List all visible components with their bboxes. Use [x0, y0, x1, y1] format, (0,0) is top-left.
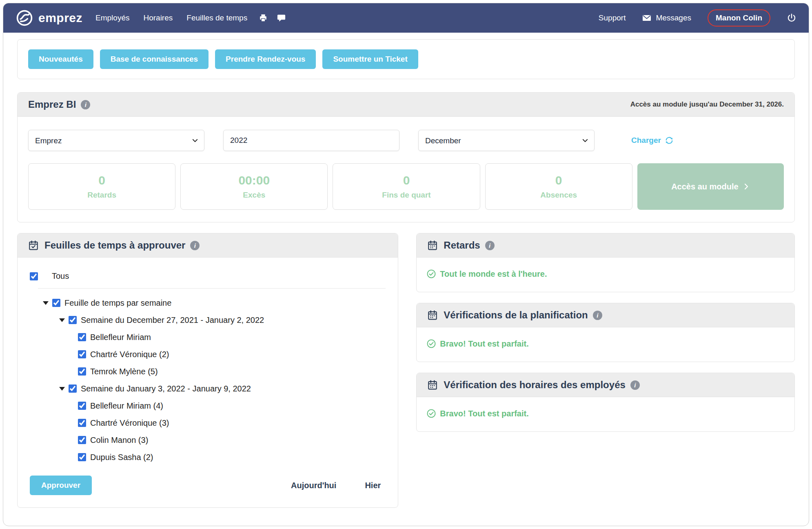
stat-fins-de-quart-label: Fins de quart — [382, 191, 430, 200]
employee-checkbox[interactable] — [78, 453, 86, 461]
emprez-bi-header: Emprez BI i Accès au module jusqu'au Dec… — [18, 93, 794, 117]
hier-link[interactable]: Hier — [365, 481, 381, 490]
nav-item-horaires[interactable]: Horaires — [143, 13, 173, 22]
check-circle-icon — [426, 409, 436, 418]
company-select[interactable]: Emprez — [28, 130, 204, 151]
week-checkbox[interactable] — [69, 316, 77, 324]
verification-horaires-body: Bravo! Tout est parfait. — [417, 397, 794, 431]
app-window: emprez Employés Horaires Feuilles de tem… — [3, 3, 809, 526]
print-icon[interactable] — [259, 13, 268, 22]
refresh-icon — [665, 136, 674, 145]
divider — [38, 288, 386, 289]
stat-exces-label: Excès — [243, 191, 265, 200]
nav-item-employes[interactable]: Employés — [95, 13, 129, 22]
employee-row: Colin Manon (3) — [30, 431, 386, 449]
emprez-bi-info-icon[interactable]: i — [81, 100, 90, 109]
prendre-rendez-vous-button[interactable]: Prendre Rendez-vous — [215, 49, 316, 69]
tree-group-row: Feuille de temps par semaine — [30, 294, 386, 311]
charger-label: Charger — [631, 136, 661, 145]
chat-icon[interactable] — [277, 13, 286, 23]
calendar-icon — [427, 240, 438, 251]
status-panels-column: Retards i Tout le monde — [416, 233, 795, 432]
employee-label: Colin Manon (3) — [90, 436, 148, 445]
nav-item-support[interactable]: Support — [599, 13, 626, 22]
employee-checkbox[interactable] — [78, 436, 86, 444]
stat-fins-de-quart: 0 Fins de quart — [333, 163, 480, 210]
approuver-button[interactable]: Approuver — [30, 476, 92, 495]
bi-stats-row: 0 Retards 00:00 Excès 0 Fins de quart 0 … — [28, 163, 784, 210]
status-message: Bravo! Tout est parfait. — [426, 409, 785, 418]
employee-label: Temrok Mylène (5) — [90, 367, 158, 376]
employee-label: Bellefleur Miriam — [90, 333, 151, 342]
acces-au-module-button[interactable]: Accès au module — [637, 163, 784, 210]
aujourdhui-link[interactable]: Aujourd'hui — [291, 481, 336, 490]
nav-item-feuilles-de-temps[interactable]: Feuilles de temps — [186, 13, 247, 22]
main-nav: Employés Horaires Feuilles de temps — [95, 13, 247, 22]
stat-retards-label: Retards — [87, 191, 116, 200]
week-checkbox[interactable] — [69, 385, 77, 393]
nouveautes-button[interactable]: Nouveautés — [28, 49, 93, 69]
verifications-planification-body: Bravo! Tout est parfait. — [417, 327, 794, 362]
timesheets-approval-title-text: Feuilles de temps à approuver — [44, 240, 185, 251]
retards-panel-info-icon[interactable]: i — [485, 241, 495, 250]
verifications-planification-header: Vérifications de la planification i — [417, 303, 794, 327]
bi-filter-row: Emprez December — [28, 130, 784, 151]
timesheets-approval-card: Feuilles de temps à approuver i Tous Feu… — [17, 233, 398, 508]
emprez-bi-card: Emprez BI i Accès au module jusqu'au Dec… — [17, 92, 795, 222]
charger-link[interactable]: Charger — [631, 136, 674, 145]
status-message-text: Bravo! Tout est parfait. — [440, 409, 528, 418]
employee-checkbox[interactable] — [78, 402, 86, 410]
verification-horaires-panel: Vérification des horaires des employés i — [416, 373, 795, 432]
brand-logo-icon — [16, 9, 33, 27]
verification-horaires-title: Vérification des horaires des employés — [427, 379, 626, 391]
verifications-planification-title-text: Vérifications de la planification — [444, 309, 588, 321]
stat-fins-de-quart-value: 0 — [403, 173, 410, 187]
employee-row: Bellefleur Miriam — [30, 329, 386, 346]
employee-label: Chartré Véronique (3) — [90, 418, 169, 428]
base-de-connaissances-button[interactable]: Base de connaissances — [100, 49, 209, 69]
employee-label: Dupuis Sasha (2) — [90, 453, 153, 462]
group-checkbox[interactable] — [52, 299, 60, 307]
caret-down-icon[interactable] — [59, 387, 65, 391]
soumettre-un-ticket-button[interactable]: Soumettre un Ticket — [322, 49, 418, 69]
logout-power-icon[interactable] — [787, 13, 796, 23]
stat-absences-label: Absences — [540, 191, 577, 200]
month-select[interactable]: December — [418, 130, 595, 151]
select-all-checkbox[interactable] — [30, 272, 38, 280]
verification-horaires-title-text: Vérification des horaires des employés — [444, 379, 626, 391]
year-input[interactable] — [223, 130, 399, 151]
timesheets-approval-info-icon[interactable]: i — [190, 241, 200, 250]
envelope-icon — [642, 13, 652, 23]
employee-checkbox[interactable] — [78, 419, 86, 427]
caret-down-icon[interactable] — [43, 301, 49, 305]
module-access-note: Accès au module jusqu'au December 31, 20… — [630, 100, 784, 109]
verifications-planification-panel: Vérifications de la planification i — [416, 303, 795, 362]
group-label: Feuille de temps par semaine — [64, 298, 171, 308]
user-menu[interactable]: Manon Colin — [708, 9, 770, 27]
nav-messages-label: Messages — [656, 13, 691, 22]
week-row: Semaine du December 27, 2021 - January 2… — [30, 311, 386, 329]
week-label: Semaine du January 3, 2022 - January 9, … — [81, 384, 251, 393]
verifications-planification-info-icon[interactable]: i — [593, 311, 602, 320]
employee-row: Dupuis Sasha (2) — [30, 449, 386, 466]
timesheets-approval-header: Feuilles de temps à approuver i — [18, 233, 398, 258]
employee-row: Temrok Mylène (5) — [30, 363, 386, 380]
calendar-icon — [427, 380, 438, 390]
brand[interactable]: emprez — [16, 9, 82, 27]
calendar-check-icon — [28, 240, 39, 251]
employee-checkbox[interactable] — [78, 350, 86, 358]
caret-down-icon[interactable] — [59, 318, 65, 322]
retards-panel: Retards i Tout le monde — [416, 233, 795, 292]
employee-checkbox[interactable] — [78, 367, 86, 376]
company-field: Emprez — [28, 130, 204, 151]
timesheets-approval-title: Feuilles de temps à approuver — [28, 240, 185, 251]
week-row: Semaine du January 3, 2022 - January 9, … — [30, 380, 386, 397]
status-message: Tout le monde est à l'heure. — [426, 269, 785, 279]
employee-row: Bellefleur Miriam (4) — [30, 397, 386, 414]
verification-horaires-info-icon[interactable]: i — [630, 380, 640, 390]
nav-item-messages[interactable]: Messages — [642, 13, 691, 23]
employee-checkbox[interactable] — [78, 333, 86, 341]
stat-exces: 00:00 Excès — [180, 163, 328, 210]
acces-au-module-label: Accès au module — [671, 182, 739, 191]
check-circle-icon — [426, 339, 436, 349]
